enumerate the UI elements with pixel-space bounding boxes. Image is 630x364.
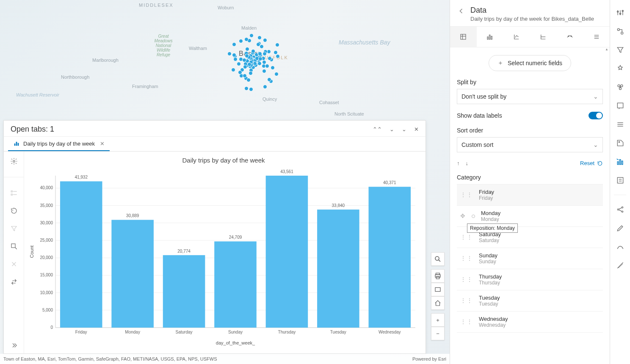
svg-text:40,371: 40,371	[383, 180, 396, 185]
chart-panel: Open tabs: 1 ⌃⌃ ⌄ ⌄ ✕ Daily trips by day…	[3, 120, 426, 354]
drag-handle-icon[interactable]: ⋮⋮	[460, 321, 473, 323]
geoprocess-icon[interactable]	[616, 27, 624, 36]
chevron-down-icon: ⌄	[593, 141, 598, 148]
category-item[interactable]: ⋮⋮ Thursday Thursday	[457, 269, 603, 290]
labels-icon[interactable]	[616, 139, 624, 147]
reset-label: Reset	[580, 160, 594, 166]
panel-tab-series[interactable]	[477, 27, 503, 47]
panel-tabs	[450, 26, 610, 47]
tab-daily-trips[interactable]: Daily trips by day of the week ✕	[8, 137, 110, 151]
expand-right-icon[interactable]	[10, 342, 18, 349]
map-point-cluster	[222, 30, 282, 97]
measure-icon[interactable]	[616, 261, 624, 270]
svg-text:20,774: 20,774	[177, 249, 191, 254]
select-numeric-label: Select numeric fields	[508, 60, 562, 66]
drag-handle-icon[interactable]: ⋮⋮	[460, 300, 473, 302]
share-icon[interactable]	[616, 205, 624, 214]
map-search-button[interactable]	[431, 252, 445, 266]
map-fullscreen-button[interactable]	[431, 283, 445, 296]
svg-text:25,000: 25,000	[40, 238, 53, 243]
drag-handle-icon[interactable]: ⋮⋮	[460, 279, 473, 281]
reposition-tooltip: Reposition: Monday	[467, 223, 518, 233]
effects-icon[interactable]	[616, 64, 624, 73]
svg-rect-62	[489, 35, 490, 40]
sort-order-select[interactable]: Custom sort ⌄	[457, 137, 603, 152]
chevron-down-icon[interactable]: ⌄	[390, 126, 394, 132]
category-sub: Thursday	[479, 280, 502, 286]
close-tab-icon[interactable]: ✕	[100, 141, 105, 147]
clear-icon[interactable]	[10, 260, 18, 268]
sort-order-label: Sort order	[457, 127, 603, 134]
filter-rail-icon[interactable]	[616, 46, 624, 54]
show-data-labels-toggle[interactable]	[589, 112, 603, 119]
svg-text:20,000: 20,000	[40, 255, 53, 260]
popup-icon[interactable]	[616, 102, 624, 110]
plus-icon: ＋	[497, 59, 503, 67]
panel-tab-axis[interactable]	[503, 27, 530, 47]
split-by-label: Split by	[457, 79, 603, 85]
split-by-select[interactable]: Don't use split by ⌄	[457, 89, 603, 104]
svg-text:Saturday: Saturday	[176, 330, 193, 334]
chevron-down-collapse-icon[interactable]: ⌄	[402, 126, 406, 132]
legend-icon[interactable]	[10, 189, 18, 197]
panel-tab-format[interactable]	[556, 27, 583, 47]
forms-icon[interactable]	[616, 176, 624, 185]
category-item[interactable]: ⋮⋮ Friday Friday	[457, 185, 603, 206]
svg-rect-10	[11, 191, 12, 192]
select-numeric-fields-button[interactable]: ＋ Select numeric fields	[489, 55, 571, 71]
sketch-icon[interactable]	[616, 243, 624, 251]
svg-rect-58	[461, 34, 466, 39]
panel-tab-guides[interactable]	[530, 27, 556, 47]
panel-subtitle: Daily trips by day of the week for Bikes…	[470, 16, 594, 22]
filter-icon[interactable]	[10, 225, 18, 232]
map-area[interactable]: MIDDLESEX Woburn Malden Waltham Boston S…	[0, 0, 450, 364]
charts-icon[interactable]	[616, 157, 624, 166]
back-icon[interactable]	[457, 7, 465, 15]
swap-icon[interactable]	[10, 278, 18, 286]
scroll-up-icon[interactable]: ▲	[604, 47, 610, 53]
rotate-icon[interactable]	[10, 207, 18, 215]
panel-tab-general[interactable]	[583, 27, 610, 47]
panel-tab-data[interactable]	[450, 27, 477, 47]
bar-chart[interactable]: 05,00010,00015,00020,00025,00030,00035,0…	[28, 166, 420, 347]
map-home-button[interactable]	[431, 296, 445, 310]
svg-point-9	[13, 160, 15, 163]
split-by-value: Don't use split by	[461, 93, 506, 100]
svg-rect-12	[11, 194, 12, 195]
svg-point-87	[619, 141, 620, 143]
category-item[interactable]: ⋮⋮ Wednesday Wednesday	[457, 312, 603, 333]
drag-handle-icon[interactable]: ⋮⋮	[460, 236, 473, 238]
move-down-icon[interactable]: ↓	[466, 160, 469, 166]
svg-rect-4	[436, 277, 439, 279]
zoom-in-button[interactable]: +	[431, 313, 445, 327]
edit-icon[interactable]	[616, 224, 624, 232]
zoom-out-button[interactable]: −	[431, 327, 445, 340]
category-sub: Saturday	[479, 237, 501, 243]
svg-rect-6	[14, 143, 16, 146]
sliders-icon[interactable]	[616, 8, 624, 17]
svg-text:Sunday: Sunday	[228, 330, 243, 334]
category-item[interactable]: ⋮⋮ Sunday Sunday	[457, 248, 603, 269]
svg-rect-83	[617, 103, 623, 108]
move-up-icon[interactable]: ↑	[457, 160, 460, 166]
svg-rect-61	[487, 37, 488, 39]
map-print-button[interactable]	[431, 269, 445, 283]
svg-rect-14	[11, 244, 15, 248]
sort-order-value: Custom sort	[461, 141, 493, 148]
close-panel-icon[interactable]: ✕	[414, 126, 419, 132]
tab-label: Daily trips by day of the week	[23, 141, 95, 147]
data-panel: Data Daily trips by day of the week for …	[450, 0, 610, 364]
drag-handle-icon[interactable]: ⋮⋮	[460, 257, 473, 259]
svg-text:Wednesday: Wednesday	[379, 330, 401, 334]
drag-handle-icon[interactable]: ✥	[460, 215, 466, 217]
svg-text:Monday: Monday	[125, 330, 140, 334]
aggregate-icon[interactable]	[616, 83, 624, 91]
reset-sort-button[interactable]: Reset	[580, 160, 603, 166]
zoom-selection-icon[interactable]	[10, 243, 18, 250]
collapse-up-icon[interactable]: ⌃⌃	[373, 126, 382, 132]
drag-handle-icon[interactable]: ⋮⋮	[460, 194, 473, 196]
fields-icon[interactable]	[616, 120, 624, 129]
svg-text:Thursday: Thursday	[278, 330, 296, 334]
category-item[interactable]: ⋮⋮ Tuesday Tuesday	[457, 290, 603, 312]
gear-icon[interactable]	[10, 157, 18, 165]
